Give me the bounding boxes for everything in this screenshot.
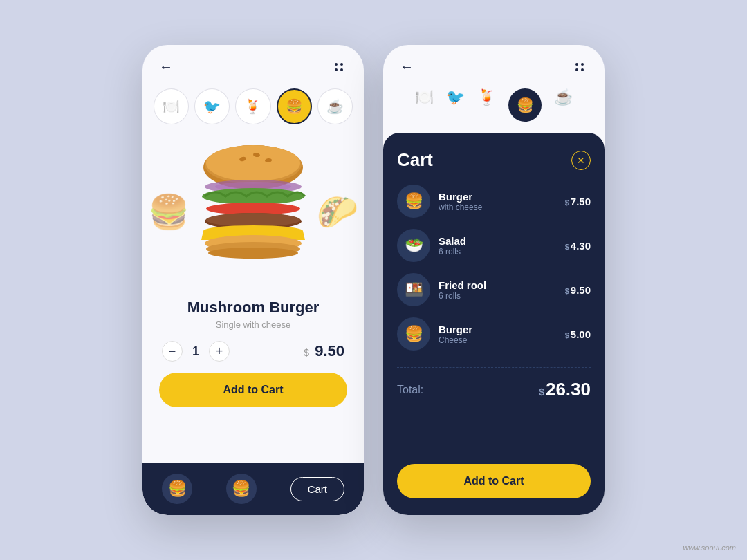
cart-item-1-sub: with cheese: [439, 203, 557, 212]
cart-category-tabs: 🍽️ 🐦 🍹 🍔 ☕: [383, 83, 605, 122]
cart-item-3-info: Fried rool 6 rolls: [439, 279, 557, 301]
cart-divider: [397, 367, 591, 368]
cart-item-1: 🍔 Burger with cheese $7.50: [397, 185, 591, 218]
cart-panel: Cart ✕ 🍔 Burger with cheese $7.50 🥗 Sala…: [383, 133, 605, 515]
cart-cat-food[interactable]: 🍽️: [415, 88, 434, 122]
nav-burger-thumb-2[interactable]: 🍔: [226, 474, 257, 504]
cart-nav-button[interactable]: Cart: [290, 477, 344, 501]
close-cart-button[interactable]: ✕: [571, 151, 591, 170]
cart-item-2-info: Salad 6 rolls: [439, 235, 557, 256]
cart-item-2: 🥗 Salad 6 rolls $4.30: [397, 229, 591, 262]
cart-item-4-name: Burger: [439, 324, 557, 335]
cart-cat-chicken[interactable]: 🐦: [446, 88, 465, 122]
category-tabs: 🍽️ 🐦 🍹 🍔 ☕: [142, 83, 364, 133]
nav-burger-thumb-1[interactable]: 🍔: [162, 474, 192, 504]
cart-item-2-name: Salad: [439, 235, 557, 247]
cart-item-3-name: Fried rool: [439, 279, 557, 291]
price-currency-symbol: $: [304, 347, 309, 358]
product-price: $ 9.50: [304, 342, 344, 360]
cart-item-3: 🍱 Fried rool 6 rolls $9.50: [397, 273, 591, 306]
increase-quantity-button[interactable]: +: [209, 341, 230, 362]
cart-item-2-thumbnail: 🥗: [397, 229, 430, 262]
food-showcase: 🍔: [142, 133, 364, 292]
cart-item-3-sub: 6 rolls: [439, 291, 557, 301]
svg-point-2: [206, 145, 300, 181]
cart-item-1-name: Burger: [439, 191, 557, 203]
cart-total-row: Total: $26.30: [397, 379, 591, 400]
back-button[interactable]: ←: [159, 59, 173, 75]
product-info: Mushroom Burger Single with cheese: [142, 292, 364, 330]
cart-item-4-thumbnail: 🍔: [397, 317, 430, 351]
cart-item-1-thumbnail: 🍔: [397, 185, 430, 218]
watermark: www.sooui.com: [683, 543, 736, 552]
cart-back-button[interactable]: ←: [400, 59, 414, 75]
svg-point-11: [206, 213, 300, 227]
cart-total-label: Total:: [397, 384, 423, 396]
right-phone: ← 🍽️ 🐦 🍹 🍔 ☕ Cart ✕ 🍔 Burger: [383, 45, 605, 515]
side-food-left: 🍔: [148, 193, 190, 232]
coffee-icon: ☕: [326, 98, 344, 115]
drinks-icon: 🍹: [244, 98, 261, 115]
menu-dots-icon[interactable]: [335, 63, 347, 71]
burger-cat-icon: 🍔: [286, 98, 303, 115]
add-to-cart-button[interactable]: Add to Cart: [159, 373, 347, 407]
quantity-value: 1: [192, 344, 199, 359]
cart-item-1-price: $7.50: [565, 196, 591, 207]
side-food-right: 🌮: [317, 193, 358, 232]
cart-item-3-thumbnail: 🍱: [397, 273, 430, 306]
cart-cat-coffee[interactable]: ☕: [554, 88, 573, 122]
cart-item-2-sub: 6 rolls: [439, 247, 557, 256]
quantity-control: − 1 +: [162, 341, 230, 362]
category-coffee[interactable]: ☕: [317, 88, 353, 124]
cart-item-4-info: Burger Cheese: [439, 324, 557, 345]
cart-total-price: $26.30: [539, 379, 591, 400]
product-name: Mushroom Burger: [159, 299, 347, 317]
quantity-price-row: − 1 + $ 9.50: [142, 330, 364, 373]
category-drinks[interactable]: 🍹: [235, 88, 270, 124]
cart-add-to-cart-button[interactable]: Add to Cart: [397, 464, 591, 498]
decrease-quantity-button[interactable]: −: [162, 341, 183, 362]
cart-menu-dots-icon[interactable]: [575, 63, 588, 71]
svg-point-15: [208, 248, 298, 259]
bottom-navigation: 🍔 🍔 Cart: [142, 463, 364, 515]
right-header: ←: [383, 45, 605, 83]
cart-title: Cart: [397, 149, 433, 171]
left-phone: ← 🍽️ 🐦 🍹 🍔 ☕ 🍔: [142, 45, 364, 515]
product-description: Single with cheese: [159, 319, 347, 330]
cart-item-4-sub: Cheese: [439, 335, 557, 345]
cart-item-4-price: $5.00: [565, 328, 591, 340]
cart-item-3-price: $9.50: [565, 284, 591, 296]
burger-svg: [191, 140, 315, 285]
category-burger[interactable]: 🍔: [277, 88, 312, 124]
main-food-image: [191, 140, 315, 285]
cart-item-1-info: Burger with cheese: [439, 191, 557, 212]
cart-cat-drinks[interactable]: 🍹: [477, 88, 496, 122]
cart-item-2-price: $4.30: [565, 240, 591, 252]
cart-cat-burger[interactable]: 🍔: [508, 88, 542, 122]
cart-item-4: 🍔 Burger Cheese $5.00: [397, 317, 591, 351]
category-food[interactable]: 🍽️: [154, 88, 189, 124]
chicken-icon: 🐦: [203, 98, 221, 115]
cart-title-row: Cart ✕: [397, 149, 591, 171]
left-header: ←: [142, 45, 364, 83]
food-icon: 🍽️: [163, 98, 180, 115]
category-chicken[interactable]: 🐦: [194, 88, 230, 124]
